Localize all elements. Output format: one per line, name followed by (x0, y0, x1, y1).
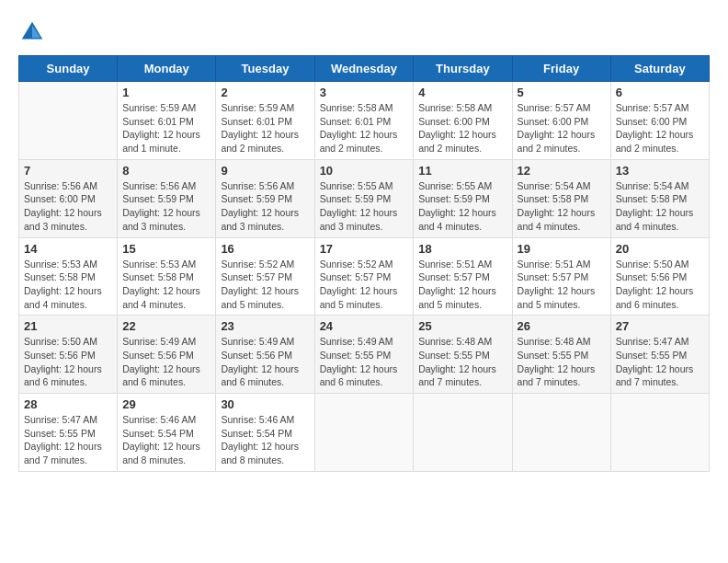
calendar-cell: 14Sunrise: 5:53 AM Sunset: 5:58 PM Dayli… (19, 237, 118, 316)
calendar-cell: 29Sunrise: 5:46 AM Sunset: 5:54 PM Dayli… (118, 394, 216, 472)
weekday-header: Monday (118, 56, 216, 82)
page-header (18, 18, 710, 46)
day-info: Sunrise: 5:53 AM Sunset: 5:58 PM Dayligh… (24, 258, 112, 312)
calendar-week-row: 7Sunrise: 5:56 AM Sunset: 6:00 PM Daylig… (19, 159, 710, 237)
day-number: 30 (221, 397, 309, 411)
calendar-week-row: 21Sunrise: 5:50 AM Sunset: 5:56 PM Dayli… (19, 316, 710, 394)
day-number: 8 (122, 164, 210, 178)
calendar-cell (512, 394, 610, 472)
day-number: 24 (320, 319, 409, 333)
day-info: Sunrise: 5:57 AM Sunset: 6:00 PM Dayligh… (518, 101, 606, 155)
day-info: Sunrise: 5:46 AM Sunset: 5:54 PM Dayligh… (122, 413, 210, 467)
day-info: Sunrise: 5:49 AM Sunset: 5:56 PM Dayligh… (221, 335, 309, 389)
calendar-week-row: 28Sunrise: 5:47 AM Sunset: 5:55 PM Dayli… (19, 394, 710, 472)
day-number: 11 (418, 164, 506, 178)
day-number: 26 (518, 319, 606, 333)
day-info: Sunrise: 5:54 AM Sunset: 5:58 PM Dayligh… (518, 179, 606, 234)
day-number: 1 (122, 86, 210, 99)
day-info: Sunrise: 5:55 AM Sunset: 5:59 PM Dayligh… (418, 179, 506, 234)
calendar-cell: 3Sunrise: 5:58 AM Sunset: 6:01 PM Daylig… (314, 82, 414, 160)
day-info: Sunrise: 5:59 AM Sunset: 6:01 PM Dayligh… (221, 101, 309, 155)
weekday-header: Thursday (414, 56, 512, 82)
calendar-cell: 10Sunrise: 5:55 AM Sunset: 5:59 PM Dayli… (314, 159, 414, 237)
day-number: 4 (418, 86, 506, 99)
day-info: Sunrise: 5:56 AM Sunset: 5:59 PM Dayligh… (122, 179, 210, 234)
day-info: Sunrise: 5:49 AM Sunset: 5:55 PM Dayligh… (320, 335, 409, 389)
day-info: Sunrise: 5:58 AM Sunset: 6:01 PM Dayligh… (320, 101, 409, 155)
weekday-header: Tuesday (216, 56, 314, 82)
day-number: 10 (320, 164, 409, 178)
day-info: Sunrise: 5:47 AM Sunset: 5:55 PM Dayligh… (24, 413, 112, 467)
calendar-cell: 23Sunrise: 5:49 AM Sunset: 5:56 PM Dayli… (216, 316, 314, 394)
day-number: 20 (616, 242, 704, 256)
day-number: 23 (221, 319, 309, 333)
calendar-cell: 18Sunrise: 5:51 AM Sunset: 5:57 PM Dayli… (414, 237, 512, 316)
calendar-cell: 28Sunrise: 5:47 AM Sunset: 5:55 PM Dayli… (19, 394, 118, 472)
logo (18, 18, 50, 46)
day-info: Sunrise: 5:59 AM Sunset: 6:01 PM Dayligh… (122, 101, 210, 155)
calendar-cell (314, 394, 414, 472)
calendar-cell: 11Sunrise: 5:55 AM Sunset: 5:59 PM Dayli… (414, 159, 512, 237)
day-number: 28 (24, 397, 112, 411)
day-info: Sunrise: 5:52 AM Sunset: 5:57 PM Dayligh… (320, 258, 409, 312)
calendar-cell: 8Sunrise: 5:56 AM Sunset: 5:59 PM Daylig… (118, 159, 216, 237)
calendar-table: SundayMondayTuesdayWednesdayThursdayFrid… (18, 55, 710, 472)
day-info: Sunrise: 5:56 AM Sunset: 5:59 PM Dayligh… (221, 179, 309, 234)
day-number: 14 (24, 242, 112, 256)
calendar-cell (414, 394, 512, 472)
calendar-week-row: 1Sunrise: 5:59 AM Sunset: 6:01 PM Daylig… (19, 82, 710, 160)
day-number: 5 (518, 86, 606, 99)
calendar-cell: 5Sunrise: 5:57 AM Sunset: 6:00 PM Daylig… (512, 82, 610, 160)
day-number: 17 (320, 242, 409, 256)
day-number: 19 (518, 242, 606, 256)
day-info: Sunrise: 5:48 AM Sunset: 5:55 PM Dayligh… (418, 335, 506, 389)
calendar-cell: 9Sunrise: 5:56 AM Sunset: 5:59 PM Daylig… (216, 159, 314, 237)
calendar-cell: 26Sunrise: 5:48 AM Sunset: 5:55 PM Dayli… (512, 316, 610, 394)
calendar-cell: 12Sunrise: 5:54 AM Sunset: 5:58 PM Dayli… (512, 159, 610, 237)
day-info: Sunrise: 5:58 AM Sunset: 6:00 PM Dayligh… (418, 101, 506, 155)
weekday-header: Wednesday (314, 56, 414, 82)
calendar-cell: 7Sunrise: 5:56 AM Sunset: 6:00 PM Daylig… (19, 159, 118, 237)
calendar-cell: 24Sunrise: 5:49 AM Sunset: 5:55 PM Dayli… (314, 316, 414, 394)
day-info: Sunrise: 5:50 AM Sunset: 5:56 PM Dayligh… (616, 258, 704, 312)
calendar-cell: 1Sunrise: 5:59 AM Sunset: 6:01 PM Daylig… (118, 82, 216, 160)
calendar-cell: 13Sunrise: 5:54 AM Sunset: 5:58 PM Dayli… (610, 159, 709, 237)
day-info: Sunrise: 5:50 AM Sunset: 5:56 PM Dayligh… (24, 335, 112, 389)
calendar-cell: 20Sunrise: 5:50 AM Sunset: 5:56 PM Dayli… (610, 237, 709, 316)
weekday-header: Sunday (19, 56, 118, 82)
day-info: Sunrise: 5:48 AM Sunset: 5:55 PM Dayligh… (518, 335, 606, 389)
day-number: 12 (518, 164, 606, 178)
calendar-cell: 16Sunrise: 5:52 AM Sunset: 5:57 PM Dayli… (216, 237, 314, 316)
day-info: Sunrise: 5:57 AM Sunset: 6:00 PM Dayligh… (616, 101, 704, 155)
day-info: Sunrise: 5:51 AM Sunset: 5:57 PM Dayligh… (418, 258, 506, 312)
day-info: Sunrise: 5:46 AM Sunset: 5:54 PM Dayligh… (221, 413, 309, 467)
calendar-cell: 25Sunrise: 5:48 AM Sunset: 5:55 PM Dayli… (414, 316, 512, 394)
calendar-cell: 4Sunrise: 5:58 AM Sunset: 6:00 PM Daylig… (414, 82, 512, 160)
calendar-cell: 30Sunrise: 5:46 AM Sunset: 5:54 PM Dayli… (216, 394, 314, 472)
day-number: 15 (122, 242, 210, 256)
day-number: 21 (24, 319, 112, 333)
calendar-cell: 6Sunrise: 5:57 AM Sunset: 6:00 PM Daylig… (610, 82, 709, 160)
day-info: Sunrise: 5:51 AM Sunset: 5:57 PM Dayligh… (518, 258, 606, 312)
day-number: 2 (221, 86, 309, 99)
day-info: Sunrise: 5:55 AM Sunset: 5:59 PM Dayligh… (320, 179, 409, 234)
day-number: 29 (122, 397, 210, 411)
day-number: 16 (221, 242, 309, 256)
day-number: 18 (418, 242, 506, 256)
day-number: 22 (122, 319, 210, 333)
calendar-cell (610, 394, 709, 472)
weekday-header-row: SundayMondayTuesdayWednesdayThursdayFrid… (19, 56, 710, 82)
calendar-week-row: 14Sunrise: 5:53 AM Sunset: 5:58 PM Dayli… (19, 237, 710, 316)
day-info: Sunrise: 5:53 AM Sunset: 5:58 PM Dayligh… (122, 258, 210, 312)
day-number: 3 (320, 86, 409, 99)
day-info: Sunrise: 5:49 AM Sunset: 5:56 PM Dayligh… (122, 335, 210, 389)
day-info: Sunrise: 5:54 AM Sunset: 5:58 PM Dayligh… (616, 179, 704, 234)
day-number: 25 (418, 319, 506, 333)
calendar-cell: 19Sunrise: 5:51 AM Sunset: 5:57 PM Dayli… (512, 237, 610, 316)
day-info: Sunrise: 5:52 AM Sunset: 5:57 PM Dayligh… (221, 258, 309, 312)
day-number: 6 (616, 86, 704, 99)
logo-icon (18, 18, 46, 46)
calendar-cell: 27Sunrise: 5:47 AM Sunset: 5:55 PM Dayli… (610, 316, 709, 394)
day-info: Sunrise: 5:56 AM Sunset: 6:00 PM Dayligh… (24, 179, 112, 234)
day-number: 27 (616, 319, 704, 333)
